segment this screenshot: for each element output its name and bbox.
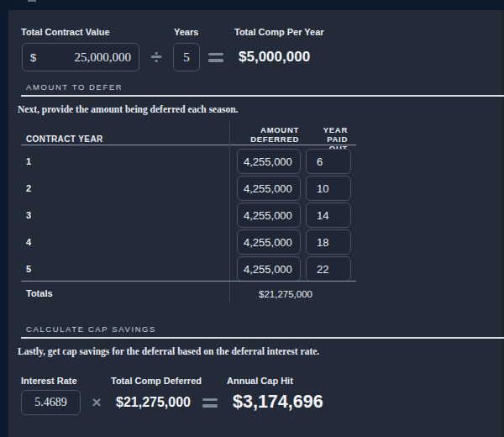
year-paid-out-input[interactable] [306,176,351,201]
multiply-icon: × [88,390,105,415]
section-rule-2 [21,337,504,339]
amount-deferred-input[interactable] [237,149,301,174]
section-rule-1 [21,95,504,97]
equals-icon [202,390,218,415]
total-contract-value-label: Total Contract Value [21,27,110,37]
total-contract-value-text: 25,000,000 [75,50,132,65]
top-navy-bar [0,0,504,10]
totals-label: Totals [26,288,53,298]
table-row: 1 [8,149,361,174]
total-comp-per-year-label: Total Comp Per Year [234,27,324,37]
interest-rate-input[interactable] [21,390,81,415]
defer-description: Next, provide the amount being deferred … [18,104,238,114]
year-paid-out-input[interactable] [306,149,351,174]
totals-value: $21,275,000 [259,289,312,299]
cap-savings-description: Lastly, get cap savings for the deferral… [18,346,319,356]
table-row: 3 [8,203,361,228]
left-navy-strip [0,0,8,437]
amount-deferred-header: AMOUNT DEFERRED [236,125,299,144]
amount-deferred-input[interactable] [237,176,301,201]
divide-icon: ÷ [146,43,166,71]
table-header-rule [21,145,356,145]
amount-to-defer-title: AMOUNT TO DEFER [26,82,123,92]
contract-year-cell: 3 [26,203,31,228]
calculate-cap-savings-title: CALCULATE CAP SAVINGS [26,324,156,334]
annual-cap-hit-label: Annual Cap Hit [227,376,293,386]
clipped-text-fragment [28,0,36,2]
total-comp-deferred-label: Total Comp Deferred [111,376,202,386]
table-row: 5 [8,256,361,282]
calculator-panel: Total Contract Value Years Total Comp Pe… [8,10,504,437]
year-paid-out-input[interactable] [306,256,351,282]
year-paid-out-input[interactable] [306,229,351,255]
contract-year-cell: 2 [26,176,31,201]
interest-rate-label: Interest Rate [21,376,77,386]
total-contract-value-input[interactable]: $ 25,000,000 [22,43,139,71]
annual-cap-hit-value: $3,174,696 [233,387,323,417]
table-row: 4 [8,229,361,255]
contract-year-cell: 1 [26,149,31,174]
currency-symbol: $ [30,51,36,64]
years-input[interactable] [173,43,200,71]
totals-rule [21,281,356,282]
year-paid-out-input[interactable] [306,203,351,228]
table-row: 2 [8,176,361,201]
amount-deferred-input[interactable] [237,229,301,255]
contract-year-header: CONTRACT YEAR [26,134,103,144]
years-label: Years [174,27,198,37]
total-comp-deferred-value: $21,275,000 [116,390,191,415]
contract-year-cell: 4 [26,229,31,255]
total-comp-per-year-value: $5,000,000 [239,43,310,71]
app-root: Total Contract Value Years Total Comp Pe… [0,0,504,437]
amount-deferred-input[interactable] [237,256,301,282]
amount-deferred-input[interactable] [237,203,301,228]
equals-icon [208,43,223,71]
contract-year-cell: 5 [26,256,31,282]
